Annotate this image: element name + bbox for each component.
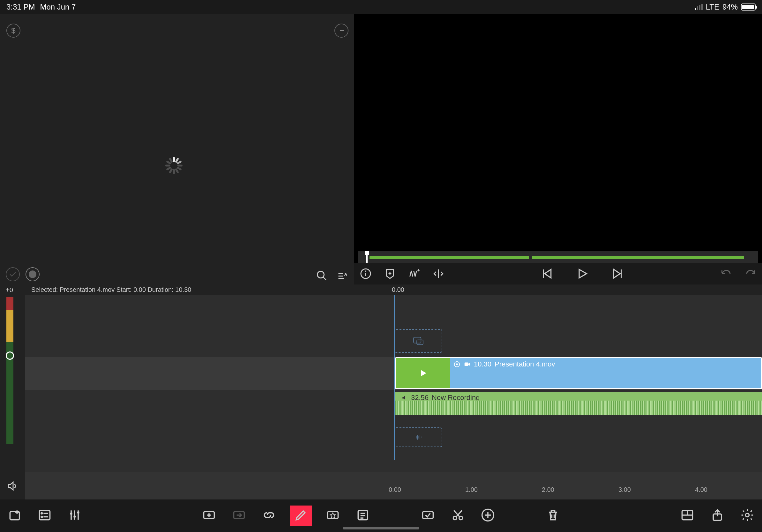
timeline[interactable]: 0.00 Selected: Presentation 4.mov Start:… [25, 285, 762, 499]
more-options-button[interactable]: ••• [335, 24, 348, 37]
home-indicator[interactable] [343, 527, 419, 529]
network-label: LTE [706, 3, 719, 12]
transport-bar: + [354, 263, 762, 285]
search-button[interactable] [316, 270, 327, 281]
svg-rect-39 [77, 511, 79, 513]
svg-rect-16 [417, 340, 423, 345]
time-ruler[interactable]: 0.00 1.00 2.00 3.00 4.00 [25, 485, 762, 499]
favorite-button[interactable] [326, 508, 340, 523]
mini-timeline[interactable] [358, 251, 758, 263]
info-button[interactable] [360, 268, 371, 279]
svg-rect-49 [423, 511, 433, 519]
audio-level-meter: +0 [0, 285, 25, 499]
delete-button[interactable] [546, 508, 560, 523]
svg-rect-29 [39, 510, 50, 519]
mixer-button[interactable] [68, 508, 82, 523]
level-marker[interactable] [6, 352, 14, 360]
svg-point-0 [318, 271, 324, 278]
project-list-button[interactable] [38, 508, 52, 523]
edit-pencil-button[interactable] [290, 505, 312, 526]
battery-icon [741, 4, 756, 11]
source-library-button[interactable]: $ [6, 24, 21, 37]
overwrite-button[interactable] [232, 508, 246, 523]
add-track-button[interactable] [8, 508, 22, 523]
cut-button[interactable] [451, 508, 465, 523]
keyframe-add-button[interactable]: + [409, 268, 420, 279]
svg-point-8 [365, 271, 366, 272]
svg-rect-38 [73, 516, 76, 518]
share-button[interactable] [710, 508, 724, 523]
volume-button[interactable] [6, 480, 18, 492]
linked-icon [453, 361, 460, 368]
play-button[interactable] [576, 267, 589, 280]
split-view-button[interactable] [433, 268, 444, 279]
settings-button[interactable] [740, 508, 754, 523]
link-button[interactable] [262, 508, 276, 523]
status-bar: 3:31 PM Mon Jun 7 LTE 94% [0, 0, 762, 14]
marker-button[interactable] [384, 268, 396, 279]
undo-button[interactable] [721, 268, 732, 279]
mini-playhead[interactable] [366, 251, 368, 263]
notes-button[interactable] [356, 508, 370, 523]
layout-button[interactable] [680, 508, 694, 523]
svg-text:a: a [344, 271, 347, 277]
loading-spinner-icon [164, 156, 184, 175]
playhead[interactable] [394, 295, 395, 460]
select-button[interactable] [421, 508, 435, 523]
preview-panel: + [354, 14, 762, 285]
waveform [395, 401, 762, 415]
svg-point-31 [41, 516, 42, 518]
level-label: +0 [0, 285, 25, 294]
camera-icon [464, 361, 471, 368]
audio-clip[interactable]: 32.56 New Recording [395, 392, 762, 415]
signal-icon [695, 4, 703, 10]
svg-rect-26 [10, 511, 19, 520]
text-settings-button[interactable]: a [337, 270, 348, 281]
svg-point-63 [746, 513, 749, 517]
audio-drop-zone[interactable] [394, 428, 442, 447]
redo-button[interactable] [745, 268, 756, 279]
video-clip[interactable]: 10.30 Presentation 4.mov [395, 357, 762, 389]
skip-forward-button[interactable] [611, 267, 624, 280]
status-date: Mon Jun 7 [40, 3, 76, 12]
source-panel: $ ••• a [0, 14, 354, 285]
status-time: 3:31 PM [6, 3, 35, 12]
mark-ok-button[interactable] [6, 267, 20, 281]
skip-back-button[interactable] [541, 267, 554, 280]
svg-rect-37 [70, 513, 72, 515]
svg-point-24 [456, 363, 458, 365]
speaker-icon [402, 395, 408, 401]
timeline-position: 0.00 [392, 286, 404, 294]
add-button[interactable] [481, 508, 495, 523]
svg-point-30 [41, 513, 42, 514]
clip-thumbnail [396, 358, 450, 388]
video-drop-zone[interactable] [394, 329, 442, 353]
svg-line-1 [323, 277, 326, 280]
ruler-mark: 4.00 [695, 486, 708, 494]
ruler-mark: 0.00 [389, 486, 401, 494]
record-button[interactable] [26, 267, 39, 281]
clip-name: Presentation 4.mov [495, 360, 555, 368]
ruler-mark: 2.00 [542, 486, 554, 494]
svg-rect-25 [465, 363, 468, 366]
insert-button[interactable] [202, 508, 216, 523]
ruler-mark: 3.00 [618, 486, 631, 494]
battery-pct: 94% [723, 3, 738, 12]
clip-duration: 10.30 [474, 360, 492, 368]
video-preview[interactable] [354, 14, 762, 249]
selection-info: Selected: Presentation 4.mov Start: 0.00… [31, 286, 191, 294]
svg-text:+: + [417, 268, 420, 273]
ruler-mark: 1.00 [465, 486, 478, 494]
